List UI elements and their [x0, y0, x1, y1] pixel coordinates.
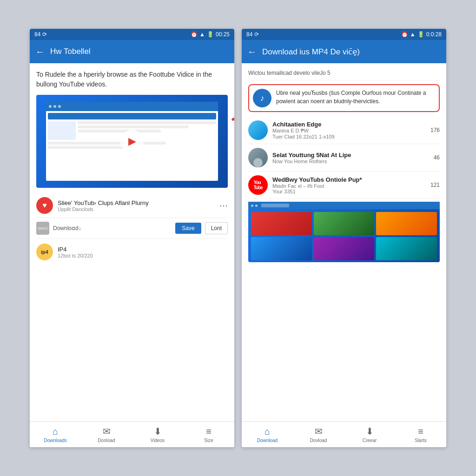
- list-icon: ♥: [36, 197, 53, 214]
- result-sub2-1: Tuer Clad 16 22o21 1-x109: [272, 134, 426, 139]
- mail-icon: ✉: [103, 426, 111, 437]
- app-icon-music: ♪: [253, 89, 271, 107]
- nav-downloads-label: Downloads: [44, 438, 66, 443]
- nav-size[interactable]: ≡ Size: [183, 422, 234, 447]
- signal-strength-r: 84: [246, 31, 252, 38]
- download-bar: SKEO Downloɑd↓ Save Lont: [36, 218, 228, 239]
- sync-icon: ⟳: [42, 31, 47, 38]
- back-button-left[interactable]: ←: [35, 46, 45, 57]
- dl-text: Downloɑd↓: [53, 225, 172, 231]
- download-icon: ⬇: [154, 426, 162, 437]
- signal-strength: 84: [34, 31, 40, 38]
- thumb-3: YouTube: [248, 175, 268, 195]
- result-sub2-3: Your 3351: [272, 189, 426, 194]
- phone-right: 84 ⟳ ⏰ ▲ 🔋 0:0:28 ← Download ius MP4 De …: [242, 29, 446, 447]
- thumb-1: [248, 120, 268, 140]
- wifi-icon-r: ▲: [410, 31, 416, 38]
- battery-icon-r: 🔋: [417, 31, 424, 38]
- page-title-right: Download ius MP4 De vic̄ȩ): [262, 47, 441, 57]
- nav-download-label: Download: [257, 438, 278, 443]
- menu-icon: ≡: [206, 426, 212, 437]
- nav-slarts-r[interactable]: ≡ Slarts: [395, 422, 446, 447]
- highlight-text: Ubre neal youЂusbs (šus Comple Ourfous m…: [276, 89, 435, 106]
- more-options-icon[interactable]: ⋯: [219, 200, 228, 211]
- status-bar-left: 84 ⟳ ⏰ ▲ 🔋 00:25: [30, 29, 234, 40]
- nav-dovload-r[interactable]: ✉ Dovload: [293, 422, 344, 447]
- home-icon: ⌂: [53, 426, 58, 437]
- result-title-2: Selat Youttung 5Nat At Lipe: [272, 152, 429, 159]
- content-right: Wictou temailicad develo vileJo 5 ♪ Ubre…: [242, 63, 446, 421]
- ip4-title: IP4: [58, 246, 93, 253]
- thumb-2: [248, 148, 268, 167]
- ip4-subtitle: 12bot ts 20/220: [58, 253, 93, 258]
- status-bar-right: 84 ⟳ ⏰ ▲ 🔋 0:0:28: [242, 29, 446, 40]
- bottom-nav-right: ⌂ Download ✉ Dovload ⬇ Creear ≡ Slarts: [242, 421, 446, 447]
- screenshot-preview: ▶: [36, 95, 228, 188]
- intro-paragraph: To Rudele the a hperirly browse as the F…: [36, 70, 228, 89]
- red-arrow-indicator: ➜: [230, 103, 234, 129]
- nav-dovload-label: Dovload: [310, 438, 327, 443]
- section-header: Wictou temailicad develo vileJo 5: [248, 68, 440, 80]
- list-subtitle: Upplit Danclods: [58, 206, 215, 212]
- mail-icon-r: ✉: [315, 426, 323, 437]
- dl-icon: SKEO: [36, 222, 49, 235]
- nav-slarts-label: Slarts: [415, 438, 427, 443]
- result-count-2: 46: [434, 154, 440, 161]
- result-sub1-1: Manina E D ₱W: [272, 128, 426, 134]
- back-button-right[interactable]: ←: [247, 46, 257, 57]
- result-count-1: 176: [430, 127, 440, 133]
- time-right: 0:0:28: [426, 31, 442, 38]
- nav-downloads[interactable]: ⌂ Downloads: [30, 422, 81, 447]
- ip4-icon: ip4: [36, 244, 53, 260]
- lont-button[interactable]: Lont: [205, 222, 228, 234]
- nav-download-r[interactable]: ⌂ Download: [242, 422, 293, 447]
- clock-icon-r: ⏰: [401, 31, 408, 38]
- nav-size-label: Size: [204, 438, 213, 443]
- highlight-box: ♪ Ubre neal youЂusbs (šus Comple Ourfous…: [248, 84, 440, 112]
- page-title-left: Hw Tobellel: [50, 47, 229, 56]
- nav-donload[interactable]: ✉ Donload: [81, 422, 132, 447]
- result-item-1[interactable]: Achitaatien Edge Manina E D ₱W Tuer Clad…: [248, 117, 440, 144]
- bottom-screenshot: [248, 202, 440, 262]
- bottom-nav-left: ⌂ Downloads ✉ Donload ⬇ Videos ≡ Size: [30, 421, 234, 447]
- result-sub1-2: Now You Home Rothers: [272, 159, 429, 164]
- nav-videos-label: Videos: [151, 438, 165, 443]
- time-left: 00:25: [216, 31, 230, 38]
- result-count-3: 121: [430, 182, 440, 188]
- menu-icon-r: ≡: [418, 426, 423, 437]
- result-title-1: Achitaatien Edge: [272, 121, 426, 128]
- result-item-2[interactable]: Selat Youttung 5Nat At Lipe Now You Home…: [248, 144, 440, 172]
- nav-videos[interactable]: ⬇ Videos: [132, 422, 183, 447]
- save-button[interactable]: Save: [175, 223, 201, 234]
- phone-left: ➜ 84 ⟳ ⏰ ▲ 🔋 00:25 ← Hw Tobellel To Rude…: [30, 29, 234, 447]
- play-button[interactable]: ▶: [120, 130, 144, 153]
- list-title: Sliee' YouTub› Clups Aflanl Plurny: [58, 199, 215, 206]
- list-item-row: ♥ Sliee' YouTub› Clups Aflanl Plurny Upp…: [36, 193, 228, 218]
- sync-icon-r: ⟳: [254, 31, 259, 38]
- result-item-3[interactable]: YouTube WedBwy YouTubs Ontiole Pup* Miad…: [248, 172, 440, 199]
- download-icon-r: ⬇: [366, 426, 374, 437]
- nav-donload-label: Donload: [98, 438, 115, 443]
- clock-icon: ⏰: [191, 31, 198, 38]
- nav-creear-label: Creear: [363, 438, 377, 443]
- top-bar-left: ← Hw Tobellel: [30, 40, 234, 63]
- content-left: To Rudele the a hperirly browse as the F…: [30, 63, 234, 421]
- result-sub1-3: Miadn Fac xt – lñi Foot: [272, 183, 426, 189]
- nav-creear-r[interactable]: ⬇ Creear: [344, 422, 395, 447]
- top-bar-right: ← Download ius MP4 De vic̄ȩ): [242, 40, 446, 63]
- home-icon-r: ⌂: [264, 426, 270, 437]
- ip4-row: ip4 IP4 12bot ts 20/220: [36, 239, 228, 265]
- wifi-icon: ▲: [199, 31, 205, 38]
- battery-icon: 🔋: [207, 31, 214, 38]
- result-title-3: WedBwy YouTubs Ontiole Pup*: [272, 176, 426, 183]
